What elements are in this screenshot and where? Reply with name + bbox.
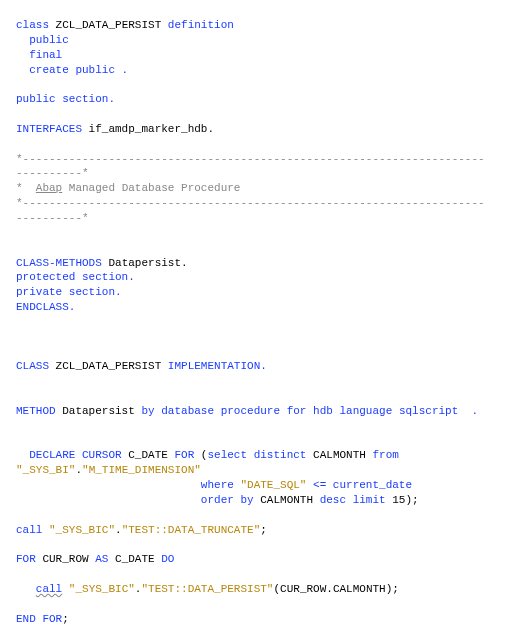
kw-definition: definition [168,19,234,31]
schema: "_SYS_BIC" [69,583,135,595]
interface-name: if_amdp_marker_hdb. [82,123,214,135]
col-name: "DATE_SQL" [240,479,306,491]
kw-implementation: IMPLEMENTATION. [168,360,267,372]
comment-border: *---------------------------------------… [16,153,485,165]
kw-final: final [16,49,62,61]
comment-abap: Abap [36,182,62,194]
kw-interfaces: INTERFACES [16,123,82,135]
method-name: Datapersist [56,405,142,417]
schema-name: "_SYS_BI" [16,464,75,476]
cursor-name: C_DATE [122,449,175,461]
kw-do: DO [161,553,174,565]
kw-for: FOR [16,553,36,565]
kw-call: call [16,524,42,536]
abap-source: class ZCL_DATA_PERSIST definition public… [16,18,514,640]
kw-end-for: END FOR [16,613,62,625]
comment-border: *---------------------------------------… [16,197,485,209]
kw-class-methods: CLASS-METHODS [16,257,102,269]
kw-class: class [16,19,49,31]
kw-create-public: create public . [16,64,128,76]
proc-name: "TEST::DATA_TRUNCATE" [122,524,261,536]
class-name: ZCL_DATA_PERSIST [49,19,168,31]
comment-border: ----------* [16,212,89,224]
kw-for: FOR [174,449,194,461]
schema: "_SYS_BIC" [49,524,115,536]
kw-current-date: <= current_date [306,479,412,491]
comment-text: Managed Database Procedure [62,182,240,194]
kw-class: CLASS [16,360,49,372]
kw-method: METHOD [16,405,56,417]
kw-endclass: ENDCLASS. [16,301,75,313]
kw-protected: protected section. [16,271,135,283]
kw-order: order by [16,494,254,506]
kw-declare: DECLARE CURSOR [16,449,122,461]
kw-public-section: public section. [16,93,115,105]
kw-where: where [16,479,240,491]
table-name: "M_TIME_DIMENSION" [82,464,201,476]
method-name: Datapersist. [102,257,188,269]
kw-call-warn: call [36,583,62,595]
comment-text: * [16,182,36,194]
kw-private: private section. [16,286,122,298]
kw-by-db: by database procedure for hdb language s… [141,405,478,417]
impl-name: ZCL_DATA_PERSIST [49,360,168,372]
kw-desc: desc limit [320,494,386,506]
kw-public: public [16,34,69,46]
proc-name: "TEST::DATA_PERSIST" [141,583,273,595]
kw-as: AS [95,553,108,565]
kw-select: select distinct [207,449,306,461]
kw-from: from [373,449,399,461]
comment-border: ----------* [16,167,89,179]
